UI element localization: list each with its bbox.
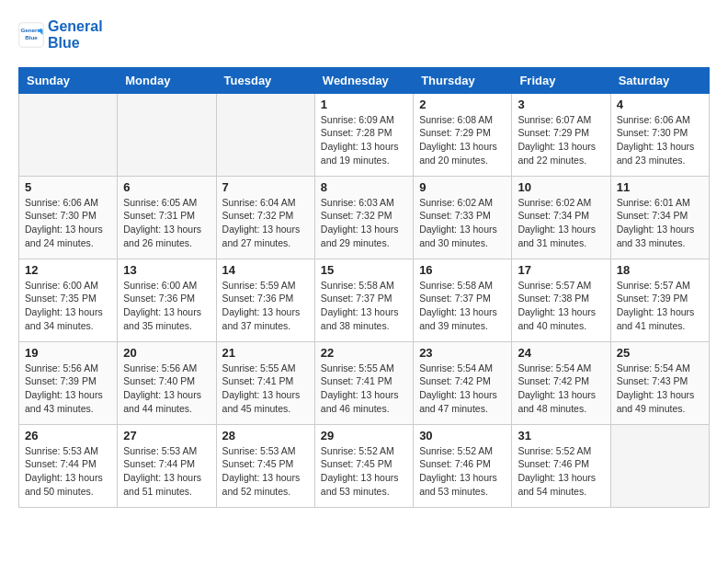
day-detail: Sunrise: 5:52 AM Sunset: 7:46 PM Dayligh…	[419, 444, 506, 499]
day-detail: Sunrise: 6:09 AM Sunset: 7:28 PM Dayligh…	[321, 113, 407, 167]
page-header: General Blue General Blue	[18, 18, 710, 52]
day-detail: Sunrise: 5:55 AM Sunset: 7:41 PM Dayligh…	[222, 362, 309, 416]
calendar-cell: 3Sunrise: 6:07 AM Sunset: 7:29 PM Daylig…	[512, 93, 610, 176]
day-number: 14	[222, 263, 309, 277]
calendar-cell: 20Sunrise: 5:56 AM Sunset: 7:40 PM Dayli…	[118, 341, 216, 424]
day-number: 4	[617, 98, 703, 111]
day-detail: Sunrise: 5:54 AM Sunset: 7:42 PM Dayligh…	[518, 362, 604, 416]
calendar-week-1: 1Sunrise: 6:09 AM Sunset: 7:28 PM Daylig…	[19, 93, 710, 176]
weekday-header-tuesday: Tuesday	[216, 67, 314, 93]
calendar-cell: 30Sunrise: 5:52 AM Sunset: 7:46 PM Dayli…	[414, 424, 512, 507]
day-number: 19	[25, 346, 111, 360]
day-detail: Sunrise: 5:58 AM Sunset: 7:37 PM Dayligh…	[321, 279, 407, 333]
logo-blue: Blue	[48, 35, 103, 52]
day-detail: Sunrise: 5:54 AM Sunset: 7:42 PM Dayligh…	[419, 362, 506, 416]
calendar-cell: 15Sunrise: 5:58 AM Sunset: 7:37 PM Dayli…	[314, 259, 413, 341]
day-detail: Sunrise: 6:02 AM Sunset: 7:34 PM Dayligh…	[518, 196, 604, 250]
day-number: 27	[123, 429, 210, 442]
calendar-cell: 17Sunrise: 5:57 AM Sunset: 7:38 PM Dayli…	[512, 259, 610, 341]
calendar-cell: 18Sunrise: 5:57 AM Sunset: 7:39 PM Dayli…	[610, 259, 709, 341]
day-detail: Sunrise: 5:53 AM Sunset: 7:44 PM Dayligh…	[123, 444, 210, 499]
day-number: 2	[419, 98, 506, 111]
calendar-cell: 10Sunrise: 6:02 AM Sunset: 7:34 PM Dayli…	[512, 176, 610, 259]
calendar-cell: 14Sunrise: 5:59 AM Sunset: 7:36 PM Dayli…	[216, 259, 314, 341]
calendar-cell: 5Sunrise: 6:06 AM Sunset: 7:30 PM Daylig…	[19, 176, 118, 259]
day-number: 6	[123, 180, 210, 194]
day-number: 16	[419, 263, 506, 277]
day-detail: Sunrise: 5:55 AM Sunset: 7:41 PM Dayligh…	[321, 362, 407, 416]
calendar-cell: 13Sunrise: 6:00 AM Sunset: 7:36 PM Dayli…	[118, 259, 216, 341]
calendar-cell: 21Sunrise: 5:55 AM Sunset: 7:41 PM Dayli…	[216, 341, 314, 424]
day-detail: Sunrise: 6:08 AM Sunset: 7:29 PM Dayligh…	[419, 113, 506, 167]
day-number: 13	[123, 263, 210, 277]
calendar-table: SundayMondayTuesdayWednesdayThursdayFrid…	[18, 67, 710, 508]
calendar-cell: 23Sunrise: 5:54 AM Sunset: 7:42 PM Dayli…	[414, 341, 512, 424]
day-detail: Sunrise: 5:58 AM Sunset: 7:37 PM Dayligh…	[419, 279, 506, 333]
day-number: 20	[123, 346, 210, 360]
day-detail: Sunrise: 6:02 AM Sunset: 7:33 PM Dayligh…	[419, 196, 506, 250]
day-detail: Sunrise: 6:01 AM Sunset: 7:34 PM Dayligh…	[617, 196, 703, 250]
day-detail: Sunrise: 6:00 AM Sunset: 7:35 PM Dayligh…	[25, 279, 111, 333]
calendar-week-5: 26Sunrise: 5:53 AM Sunset: 7:44 PM Dayli…	[19, 424, 710, 507]
day-number: 7	[222, 180, 309, 194]
calendar-body: 1Sunrise: 6:09 AM Sunset: 7:28 PM Daylig…	[19, 93, 710, 507]
calendar-week-4: 19Sunrise: 5:56 AM Sunset: 7:39 PM Dayli…	[19, 341, 710, 424]
day-number: 1	[321, 98, 407, 111]
day-number: 17	[518, 263, 604, 277]
day-detail: Sunrise: 6:00 AM Sunset: 7:36 PM Dayligh…	[123, 279, 210, 333]
calendar-cell: 16Sunrise: 5:58 AM Sunset: 7:37 PM Dayli…	[414, 259, 512, 341]
day-detail: Sunrise: 6:07 AM Sunset: 7:29 PM Dayligh…	[518, 113, 604, 167]
calendar-cell: 26Sunrise: 5:53 AM Sunset: 7:44 PM Dayli…	[19, 424, 118, 507]
calendar-cell: 24Sunrise: 5:54 AM Sunset: 7:42 PM Dayli…	[512, 341, 610, 424]
calendar-cell: 6Sunrise: 6:05 AM Sunset: 7:31 PM Daylig…	[118, 176, 216, 259]
day-number: 28	[222, 429, 309, 442]
day-number: 8	[321, 180, 407, 194]
weekday-header-sunday: Sunday	[19, 67, 118, 93]
day-detail: Sunrise: 5:56 AM Sunset: 7:39 PM Dayligh…	[25, 362, 111, 416]
calendar-cell: 28Sunrise: 5:53 AM Sunset: 7:45 PM Dayli…	[216, 424, 314, 507]
weekday-header-thursday: Thursday	[414, 67, 512, 93]
day-detail: Sunrise: 5:59 AM Sunset: 7:36 PM Dayligh…	[222, 279, 309, 333]
day-detail: Sunrise: 5:52 AM Sunset: 7:46 PM Dayligh…	[518, 444, 604, 499]
calendar-cell: 25Sunrise: 5:54 AM Sunset: 7:43 PM Dayli…	[610, 341, 709, 424]
calendar-cell: 11Sunrise: 6:01 AM Sunset: 7:34 PM Dayli…	[610, 176, 709, 259]
day-number: 29	[321, 429, 407, 442]
logo: General Blue General Blue	[18, 18, 103, 52]
day-detail: Sunrise: 6:04 AM Sunset: 7:32 PM Dayligh…	[222, 196, 309, 250]
weekday-header-wednesday: Wednesday	[314, 67, 413, 93]
calendar-cell: 12Sunrise: 6:00 AM Sunset: 7:35 PM Dayli…	[19, 259, 118, 341]
day-number: 22	[321, 346, 407, 360]
day-detail: Sunrise: 5:57 AM Sunset: 7:38 PM Dayligh…	[518, 279, 604, 333]
calendar-cell: 7Sunrise: 6:04 AM Sunset: 7:32 PM Daylig…	[216, 176, 314, 259]
weekday-header-saturday: Saturday	[610, 67, 709, 93]
day-number: 5	[25, 180, 111, 194]
weekday-header-friday: Friday	[512, 67, 610, 93]
day-number: 9	[419, 180, 506, 194]
day-number: 12	[25, 263, 111, 277]
day-number: 30	[419, 429, 506, 442]
day-number: 18	[617, 263, 703, 277]
day-number: 31	[518, 429, 604, 442]
day-number: 26	[25, 429, 111, 442]
calendar-cell: 19Sunrise: 5:56 AM Sunset: 7:39 PM Dayli…	[19, 341, 118, 424]
calendar-cell: 31Sunrise: 5:52 AM Sunset: 7:46 PM Dayli…	[512, 424, 610, 507]
day-number: 23	[419, 346, 506, 360]
day-number: 24	[518, 346, 604, 360]
day-detail: Sunrise: 6:06 AM Sunset: 7:30 PM Dayligh…	[25, 196, 111, 250]
calendar-cell: 1Sunrise: 6:09 AM Sunset: 7:28 PM Daylig…	[314, 93, 413, 176]
calendar-cell: 22Sunrise: 5:55 AM Sunset: 7:41 PM Dayli…	[314, 341, 413, 424]
day-detail: Sunrise: 5:53 AM Sunset: 7:45 PM Dayligh…	[222, 444, 309, 499]
calendar-cell: 8Sunrise: 6:03 AM Sunset: 7:32 PM Daylig…	[314, 176, 413, 259]
calendar-week-2: 5Sunrise: 6:06 AM Sunset: 7:30 PM Daylig…	[19, 176, 710, 259]
weekday-header-monday: Monday	[118, 67, 216, 93]
day-number: 21	[222, 346, 309, 360]
day-detail: Sunrise: 5:57 AM Sunset: 7:39 PM Dayligh…	[617, 279, 703, 333]
day-detail: Sunrise: 5:53 AM Sunset: 7:44 PM Dayligh…	[25, 444, 111, 499]
day-detail: Sunrise: 6:06 AM Sunset: 7:30 PM Dayligh…	[617, 113, 703, 167]
day-number: 15	[321, 263, 407, 277]
calendar-cell: 4Sunrise: 6:06 AM Sunset: 7:30 PM Daylig…	[610, 93, 709, 176]
day-detail: Sunrise: 5:54 AM Sunset: 7:43 PM Dayligh…	[617, 362, 703, 416]
calendar-cell	[19, 93, 118, 176]
calendar-cell: 9Sunrise: 6:02 AM Sunset: 7:33 PM Daylig…	[414, 176, 512, 259]
calendar-header-row: SundayMondayTuesdayWednesdayThursdayFrid…	[19, 67, 710, 93]
